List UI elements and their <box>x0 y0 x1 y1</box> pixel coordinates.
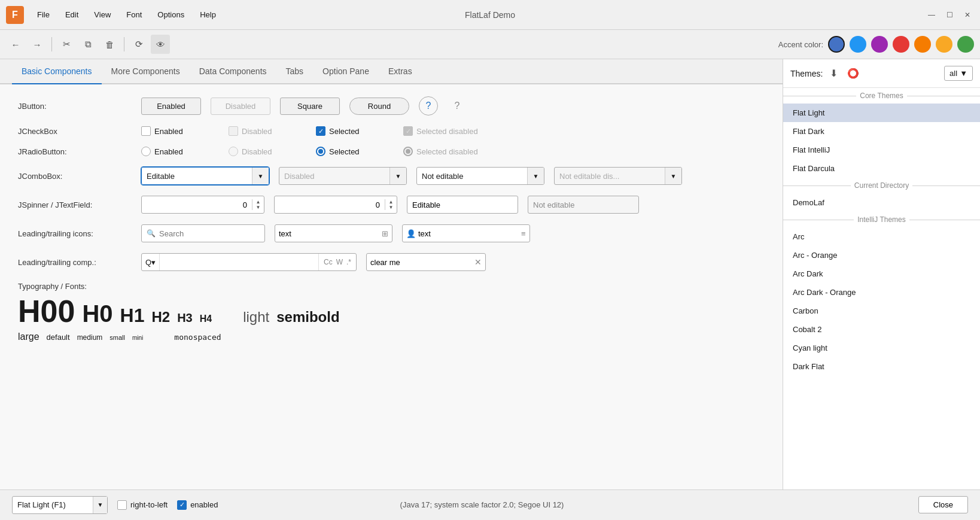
forward-button[interactable]: → <box>28 35 47 54</box>
bottom-theme-arrow[interactable]: ▼ <box>93 497 107 513</box>
cc-button[interactable]: Cc <box>322 257 334 267</box>
rtl-checkbox-wrap[interactable]: right-to-left <box>117 500 168 510</box>
spinner-1[interactable]: ▲ ▼ <box>141 196 264 214</box>
h3-sample: H3 <box>177 312 193 324</box>
w-button[interactable]: W <box>335 257 344 267</box>
accent-red[interactable] <box>893 36 909 53</box>
tab-extras[interactable]: Extras <box>379 59 422 83</box>
list-icon: ≡ <box>521 229 526 238</box>
combo-not-editable[interactable]: ▼ <box>416 167 544 185</box>
spinner-2-up[interactable]: ▲ <box>385 199 397 205</box>
accent-steel-blue[interactable] <box>828 36 845 53</box>
close-window-button[interactable]: ✕ <box>961 8 974 22</box>
spinner-1-down[interactable]: ▼ <box>252 205 264 210</box>
theme-arc[interactable]: Arc <box>783 227 980 246</box>
comp-field-1-input[interactable] <box>160 256 318 269</box>
spinner-1-input[interactable] <box>142 198 252 212</box>
accent-green[interactable] <box>957 36 974 53</box>
delete-button[interactable]: 🗑 <box>100 35 119 54</box>
jbutton-help1[interactable]: ? <box>419 96 438 115</box>
checkbox-selected-box[interactable]: ✓ <box>316 126 325 136</box>
combo-not-editable-arrow[interactable]: ▼ <box>527 168 544 184</box>
spinner-2-input[interactable] <box>275 198 385 212</box>
accent-yellow[interactable] <box>936 36 952 53</box>
theme-arc-orange[interactable]: Arc - Orange <box>783 246 980 264</box>
clear-field-input[interactable] <box>370 258 472 267</box>
theme-flat-light[interactable]: Flat Light <box>783 104 980 122</box>
refresh-button[interactable]: ⟳ <box>129 35 148 54</box>
radio-enabled[interactable]: Enabled <box>141 147 219 156</box>
maximize-button[interactable]: ☐ <box>943 8 956 22</box>
theme-flat-darcula[interactable]: Flat Darcula <box>783 159 980 178</box>
icon-field-1[interactable]: ⊞ <box>275 224 392 242</box>
rtl-checkbox[interactable] <box>117 500 127 510</box>
search-input[interactable] <box>159 229 260 238</box>
menu-edit[interactable]: Edit <box>58 7 86 22</box>
bottom-theme-combo[interactable]: Flat Light (F1) ▼ <box>12 496 108 514</box>
close-button[interactable]: Close <box>918 496 968 513</box>
accent-blue[interactable] <box>850 36 866 53</box>
themes-github-button[interactable]: ⭕ <box>845 65 862 81</box>
theme-flat-dark[interactable]: Flat Dark <box>783 122 980 141</box>
jbutton-enabled[interactable]: Enabled <box>141 98 201 115</box>
tab-data-components[interactable]: Data Components <box>190 59 276 83</box>
theme-flat-intellij[interactable]: Flat IntelliJ <box>783 141 980 159</box>
tab-more-components[interactable]: More Components <box>102 59 190 83</box>
textfield-editable[interactable] <box>407 196 518 214</box>
spinner-1-up[interactable]: ▲ <box>252 199 264 205</box>
leading-trailing-comp-row: Leading/trailing comp.: Q▾ Cc W .* ✕ <box>18 253 765 271</box>
radio-selected-btn[interactable] <box>316 147 325 156</box>
copy-button[interactable]: ⧉ <box>78 35 98 54</box>
theme-arc-dark[interactable]: Arc Dark <box>783 264 980 283</box>
theme-arc-dark-orange[interactable]: Arc Dark - Orange <box>783 283 980 302</box>
menu-font[interactable]: Font <box>119 7 149 22</box>
theme-cyan-light[interactable]: Cyan light <box>783 339 980 357</box>
jbutton-help2[interactable]: ? <box>448 96 467 115</box>
menu-view[interactable]: View <box>87 7 118 22</box>
enabled-checkbox-wrap[interactable]: ✓ enabled <box>177 500 218 510</box>
jbutton-round[interactable]: Round <box>349 98 409 115</box>
combo-editable-arrow[interactable]: ▼ <box>252 168 269 184</box>
icon-field-2[interactable]: 👤 ≡ <box>402 224 530 242</box>
themes-filter-dropdown[interactable]: all ▼ <box>944 66 973 81</box>
menu-help[interactable]: Help <box>193 7 223 22</box>
clear-button[interactable]: ✕ <box>474 257 482 267</box>
accent-purple[interactable] <box>871 36 888 53</box>
theme-demolaf[interactable]: DemoLaf <box>783 193 980 212</box>
checkbox-selected[interactable]: ✓ Selected <box>316 126 394 136</box>
minimize-button[interactable]: — <box>925 8 938 22</box>
cut-button[interactable]: ✂ <box>57 35 76 54</box>
radio-selected[interactable]: Selected <box>316 147 394 156</box>
search-field[interactable]: 🔍 <box>141 224 265 242</box>
spinner-2-down[interactable]: ▼ <box>385 205 397 210</box>
preview-button[interactable]: 👁 <box>151 35 170 54</box>
clear-field[interactable]: ✕ <box>366 253 486 271</box>
jbutton-square[interactable]: Square <box>280 98 340 115</box>
theme-carbon[interactable]: Carbon <box>783 302 980 320</box>
accent-orange[interactable] <box>914 36 931 53</box>
themes-download-button[interactable]: ⬇ <box>827 65 840 81</box>
regex-button[interactable]: .* <box>345 257 352 267</box>
menu-options[interactable]: Options <box>150 7 191 22</box>
checkbox-enabled-box[interactable] <box>141 126 151 136</box>
comp-field-1[interactable]: Q▾ Cc W .* <box>141 253 357 271</box>
enabled-checkbox[interactable]: ✓ <box>177 500 187 510</box>
tab-basic-components[interactable]: Basic Components <box>12 59 102 83</box>
icon-field-2-input[interactable] <box>418 229 519 238</box>
radio-enabled-btn[interactable] <box>141 147 151 156</box>
theme-cobalt2[interactable]: Cobalt 2 <box>783 320 980 339</box>
back-button[interactable]: ← <box>6 35 25 54</box>
menu-file[interactable]: File <box>30 7 57 22</box>
combo-editable[interactable]: ▼ <box>141 167 269 185</box>
themes-panel: Themes: ⬇ ⭕ all ▼ Core Themes Flat Light… <box>783 59 980 489</box>
theme-dark-flat[interactable]: Dark Flat <box>783 357 980 376</box>
tab-tabs[interactable]: Tabs <box>276 59 314 83</box>
combo-editable-input[interactable] <box>142 169 252 183</box>
checkbox-enabled[interactable]: Enabled <box>141 126 219 136</box>
radio-disabled: Disabled <box>229 147 306 156</box>
icon-field-1-input[interactable] <box>279 229 379 238</box>
tab-option-pane[interactable]: Option Pane <box>313 59 379 83</box>
spinner-2[interactable]: ▲ ▼ <box>274 196 397 214</box>
comp-left-btn[interactable]: Q▾ <box>142 254 160 270</box>
themes-filter-arrow: ▼ <box>960 69 967 78</box>
